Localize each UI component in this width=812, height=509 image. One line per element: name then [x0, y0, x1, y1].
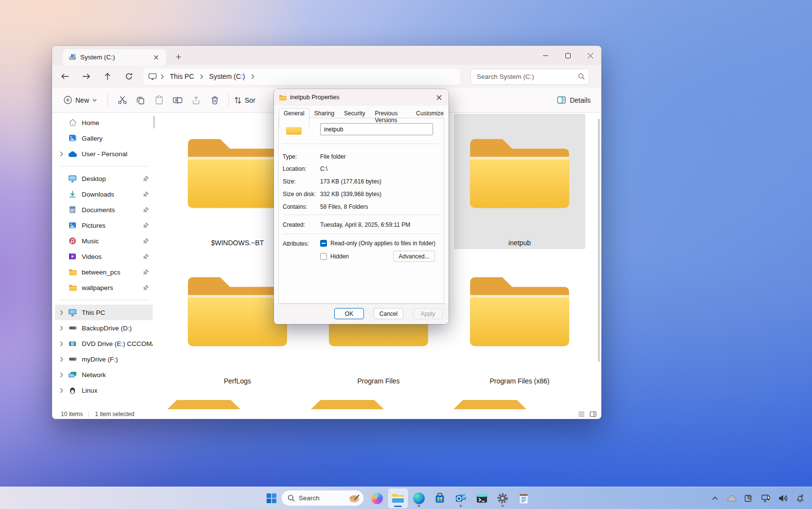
sidebar-item-user-personal[interactable]: User - Personal — [55, 146, 153, 162]
up-button[interactable] — [99, 68, 116, 85]
breadcrumb[interactable]: This PC System (C:) — [144, 69, 460, 85]
cut-icon[interactable] — [113, 91, 131, 109]
paste-icon[interactable] — [150, 91, 168, 109]
search-input[interactable] — [477, 73, 578, 80]
file-tile-program-files-x86[interactable]: Program Files (x86) — [454, 252, 585, 387]
file-tile-inetpub[interactable]: inetpub — [454, 114, 585, 249]
share-icon[interactable] — [187, 91, 205, 109]
delete-icon[interactable] — [205, 91, 224, 109]
store-button[interactable] — [430, 489, 450, 508]
copy-icon[interactable] — [131, 91, 150, 109]
notepad-button[interactable] — [514, 489, 533, 508]
taskbar-search[interactable]: Search — [281, 490, 364, 506]
close-button[interactable] — [579, 46, 601, 65]
ok-button[interactable]: OK — [334, 308, 364, 319]
sidebar-item-home[interactable]: Home — [55, 115, 153, 130]
new-tab-button[interactable] — [173, 51, 184, 63]
copilot-icon — [371, 492, 383, 504]
file-explorer-button[interactable] — [388, 489, 408, 508]
sidebar-label: Network — [82, 371, 153, 379]
chevron-right-icon[interactable] — [60, 357, 68, 362]
sidebar-item-between-pcs[interactable]: between_pcs — [55, 264, 153, 280]
sidebar-item-network[interactable]: Network — [55, 367, 153, 382]
breadcrumb-system-c[interactable]: System (C:) — [205, 72, 249, 81]
terminal-button[interactable] — [472, 489, 491, 508]
outlook-button[interactable] — [451, 489, 470, 508]
file-name: inetpub — [454, 239, 585, 247]
readonly-checkbox[interactable] — [320, 240, 327, 247]
sidebar-item-wallpapers[interactable]: wallpapers — [55, 280, 153, 295]
minimize-button[interactable] — [534, 46, 557, 65]
explorer-tab[interactable]: System (C:) — [63, 49, 166, 65]
chevron-right-icon[interactable] — [60, 326, 68, 331]
apply-button[interactable]: Apply — [413, 308, 443, 319]
chevron-right-icon[interactable] — [60, 151, 68, 157]
onedrive-tray-icon[interactable] — [726, 491, 737, 505]
search-box[interactable] — [470, 69, 589, 85]
maximize-button[interactable] — [557, 46, 579, 65]
chevron-right-icon[interactable] — [60, 372, 68, 378]
sidebar-item-this-pc[interactable]: This PC — [55, 305, 153, 320]
sidebar-item-music[interactable]: Music — [55, 233, 153, 249]
folder-icon-partial[interactable] — [453, 400, 526, 409]
start-button[interactable] — [262, 489, 281, 508]
sidebar-label: DVD Drive (E:) CCCOMA — [82, 340, 153, 347]
new-button[interactable]: New — [58, 92, 103, 108]
chevron-right-icon[interactable] — [60, 310, 68, 315]
tab-customize[interactable]: Customize — [411, 108, 449, 127]
safely-remove-icon[interactable] — [743, 491, 754, 505]
sidebar-item-backupdrive[interactable]: BackupDrive (D:) — [55, 320, 153, 336]
main-scrollbar[interactable] — [598, 119, 600, 362]
sidebar-item-desktop[interactable]: Desktop — [55, 171, 153, 186]
search-label: Search — [299, 494, 344, 502]
sort-label: Sor — [245, 96, 255, 104]
type-value: File folder — [320, 153, 346, 160]
sidebar-item-gallery[interactable]: Gallery — [55, 130, 153, 146]
sidebar-item-dvd-drive[interactable]: DVD Drive (E:) CCCOMA — [55, 336, 153, 351]
advanced-button[interactable]: Advanced... — [393, 251, 435, 262]
sidebar-item-linux[interactable]: Linux — [55, 382, 153, 398]
folder-icon-partial[interactable] — [167, 400, 240, 409]
chevron-right-icon[interactable] — [60, 388, 68, 393]
tab-previous-versions[interactable]: Previous Versions — [370, 108, 411, 127]
sidebar-item-downloads[interactable]: Downloads — [55, 186, 153, 202]
sidebar-item-pictures[interactable]: Pictures — [55, 218, 153, 233]
drive-icon — [68, 354, 77, 364]
terminal-icon — [476, 493, 487, 503]
large-icons-view-icon[interactable] — [590, 411, 596, 417]
settings-button[interactable] — [493, 489, 512, 508]
pin-icon — [143, 238, 151, 244]
tab-general[interactable]: General — [279, 108, 309, 127]
rename-icon[interactable] — [168, 91, 187, 109]
refresh-button[interactable] — [120, 68, 138, 85]
details-button[interactable]: Details — [557, 96, 591, 104]
status-divider — [89, 411, 89, 417]
hidden-checkbox[interactable] — [320, 253, 327, 260]
dialog-close-icon[interactable] — [429, 90, 449, 105]
sidebar-scrollbar[interactable] — [153, 116, 155, 128]
sidebar-item-videos[interactable]: Videos — [55, 249, 153, 264]
copilot-button[interactable] — [367, 489, 387, 508]
volume-icon[interactable] — [777, 491, 788, 505]
dialog-tab-strip: General Sharing Security Previous Versio… — [279, 108, 449, 127]
edge-button[interactable] — [409, 489, 429, 508]
dialog-title-bar[interactable]: inetpub Properties — [274, 89, 449, 106]
tray-chevron-up-icon[interactable] — [709, 491, 720, 505]
forward-button[interactable] — [77, 68, 95, 85]
tab-close-icon[interactable] — [150, 52, 162, 63]
sidebar-label: Linux — [82, 387, 153, 394]
sidebar-item-documents[interactable]: Documents — [55, 202, 153, 218]
network-tray-icon[interactable] — [760, 491, 771, 505]
sort-button[interactable]: Sor — [234, 96, 261, 104]
sidebar-item-mydrive[interactable]: myDrive (F:) — [55, 351, 153, 367]
cancel-button[interactable]: Cancel — [374, 308, 403, 319]
chevron-right-icon[interactable] — [60, 341, 68, 346]
details-view-icon[interactable] — [578, 411, 585, 417]
notification-bell-icon[interactable] — [794, 491, 805, 505]
folder-icon-partial[interactable] — [311, 400, 384, 409]
back-button[interactable] — [56, 68, 73, 85]
tab-sharing[interactable]: Sharing — [309, 108, 339, 127]
pin-icon — [143, 269, 151, 275]
breadcrumb-this-pc[interactable]: This PC — [166, 72, 198, 81]
tab-security[interactable]: Security — [339, 108, 370, 127]
